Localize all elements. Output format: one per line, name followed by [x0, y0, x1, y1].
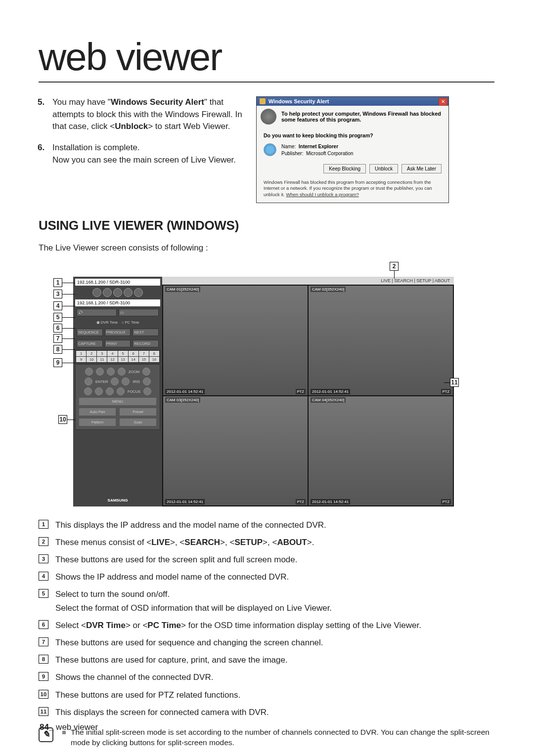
ptz-up-right[interactable]: [107, 368, 115, 376]
ch-13[interactable]: 13: [118, 357, 128, 362]
ptz-up[interactable]: [96, 368, 104, 376]
split-9-button[interactable]: [113, 288, 122, 297]
cam-4[interactable]: CAM 04[352X240] 2012-01-01 14:52:41 PTZ: [309, 396, 453, 506]
step-5: 5. You may have "Windows Security Alert"…: [52, 96, 246, 133]
keep-blocking-button[interactable]: Keep Blocking: [323, 164, 366, 173]
callout-7: 7: [53, 334, 62, 343]
split-4-button[interactable]: [103, 288, 112, 297]
ch-1[interactable]: 1: [76, 351, 86, 356]
ch-5[interactable]: 5: [118, 351, 128, 356]
dialog-titlebar: Windows Security Alert: [257, 97, 448, 106]
zoom-in[interactable]: [118, 368, 126, 376]
dialog-footer: Windows Firewall has blocked this progra…: [264, 179, 442, 198]
next-button[interactable]: NEXT: [133, 329, 159, 336]
record-button[interactable]: RECORD: [133, 340, 159, 347]
print-button[interactable]: PRINT: [105, 340, 131, 347]
focus-near[interactable]: [117, 387, 125, 395]
windows-security-alert-dialog: Windows Security Alert ✕ To help protect…: [256, 96, 449, 203]
previous-button[interactable]: PREVIOUS: [105, 329, 131, 336]
dvr-time-radio[interactable]: ◉ DVR Time: [96, 320, 118, 325]
ptz-up-left[interactable]: [85, 368, 93, 376]
ptz-enter[interactable]: ENTER: [95, 379, 108, 384]
callout-6: 6: [53, 324, 62, 333]
osd-toggle[interactable]: ▭: [119, 309, 159, 316]
ch-11[interactable]: 11: [97, 357, 107, 362]
step-6: 6. Installation is complete. Now you can…: [52, 142, 246, 166]
ch-15[interactable]: 15: [139, 357, 149, 362]
capture-button[interactable]: CAPTURE: [77, 340, 103, 347]
ptz-right[interactable]: [111, 378, 119, 385]
callout-4: 4: [53, 301, 62, 310]
ptz-down[interactable]: [95, 387, 103, 395]
desc-10: 10These buttons are used for PTZ related…: [55, 688, 494, 702]
desc-8: 8These buttons are used for capture, pri…: [55, 653, 494, 667]
ptz-down-left[interactable]: [84, 387, 92, 395]
unblock-button[interactable]: Unblock: [369, 164, 398, 173]
ch-3[interactable]: 3: [97, 351, 107, 356]
live-viewer-window: 192.168.1.200 / SDR-3100 192.168.1.200 /…: [73, 277, 454, 506]
main-menu-bar[interactable]: LIVE | SEARCH | SETUP | ABOUT: [162, 277, 454, 285]
ch-7[interactable]: 7: [139, 351, 149, 356]
ptz-down-right[interactable]: [106, 387, 114, 395]
intro-text: The Live Viewer screen consists of follo…: [39, 243, 494, 253]
time-radio-row: ◉ DVR Time ○ PC Time: [75, 319, 160, 326]
cam-3[interactable]: CAM 03[352X240] 2012-01-01 14:52:41 PTZ: [163, 396, 308, 506]
ip-bar-top: 192.168.1.200 / SDR-3100: [75, 279, 160, 286]
when-unblock-link[interactable]: When should I unblock a program?: [286, 192, 358, 197]
sound-osd-row: 🔊 ▭: [75, 307, 160, 318]
ch-16[interactable]: 16: [149, 357, 159, 362]
scan-button[interactable]: Scan: [119, 418, 157, 426]
split-1-button[interactable]: [92, 288, 101, 297]
live-viewer-diagram: 192.168.1.200 / SDR-3100 192.168.1.200 /…: [53, 262, 459, 506]
zoom-out[interactable]: [142, 368, 150, 376]
ch-14[interactable]: 14: [129, 357, 138, 362]
callout-11: 11: [450, 378, 459, 387]
focus-far[interactable]: [143, 387, 151, 395]
ip-bar-2: 192.168.1.200 / SDR-3100: [75, 299, 160, 306]
channel-grid: 1 2 3 4 5 6 7 8 9 10 11 12 13 14: [75, 350, 160, 363]
close-icon[interactable]: ✕: [439, 98, 447, 106]
ch-12[interactable]: 12: [107, 357, 117, 362]
dialog-question: Do you want to keep blocking this progra…: [264, 132, 442, 138]
sequence-button[interactable]: SEQUENCE: [77, 329, 103, 336]
full-screen-button[interactable]: [134, 288, 143, 297]
shield-icon: [260, 98, 266, 104]
callout-8: 8: [53, 345, 62, 354]
brand-label: SAMSUNG: [75, 496, 160, 504]
ptz-left[interactable]: [85, 378, 92, 385]
auto-pan-button[interactable]: Auto Pan: [79, 408, 116, 416]
ch-6[interactable]: 6: [129, 351, 138, 356]
ch-9[interactable]: 9: [76, 357, 86, 362]
ch-8[interactable]: 8: [149, 351, 159, 356]
dialog-title: Windows Security Alert: [268, 98, 329, 104]
cam-2[interactable]: CAM 02[352X240] 2012-01-01 14:52:41 PTZ: [309, 286, 453, 395]
page-footer: 84_ web viewer: [40, 722, 98, 732]
cam-1[interactable]: CAM 01[352X240] 2012-01-01 14:52:41 PTZ: [163, 286, 308, 395]
ch-2[interactable]: 2: [87, 351, 96, 356]
sound-toggle[interactable]: 🔊: [77, 309, 117, 316]
pc-time-radio[interactable]: ○ PC Time: [122, 320, 139, 325]
steps-column: 5. You may have "Windows Security Alert"…: [39, 96, 246, 203]
ch-10[interactable]: 10: [87, 357, 96, 362]
program-info: Name: Internet Explorer Publisher: Micro…: [281, 143, 354, 157]
split-16-button[interactable]: [124, 288, 133, 297]
callout-3: 3: [53, 290, 62, 298]
ch-4[interactable]: 4: [107, 351, 117, 356]
iris-open[interactable]: [122, 378, 130, 385]
live-viewer-sidebar: 192.168.1.200 / SDR-3100 192.168.1.200 /…: [73, 277, 162, 506]
desc-9: 9Shows the channel of the connected DVR.: [55, 671, 494, 684]
preset-button[interactable]: Preset: [119, 408, 157, 416]
split-buttons: [75, 287, 160, 298]
desc-4: 4Shows the IP address and model name of …: [55, 570, 494, 584]
iris-close[interactable]: [143, 378, 151, 385]
desc-1: 1This displays the IP address and the mo…: [55, 518, 494, 532]
ie-icon: [264, 143, 276, 156]
section-heading: USING LIVE VIEWER (WINDOWS): [39, 218, 494, 233]
description-list: 1This displays the IP address and the mo…: [42, 518, 494, 719]
pattern-button[interactable]: Pattern: [79, 418, 116, 426]
ptz-menu-button[interactable]: MENU: [79, 397, 157, 406]
desc-7: 7These buttons are used for sequence and…: [55, 636, 494, 650]
step-6-num: 6.: [38, 142, 44, 154]
desc-3: 3These buttons are used for the screen s…: [55, 553, 494, 567]
ask-me-later-button[interactable]: Ask Me Later: [401, 164, 442, 173]
